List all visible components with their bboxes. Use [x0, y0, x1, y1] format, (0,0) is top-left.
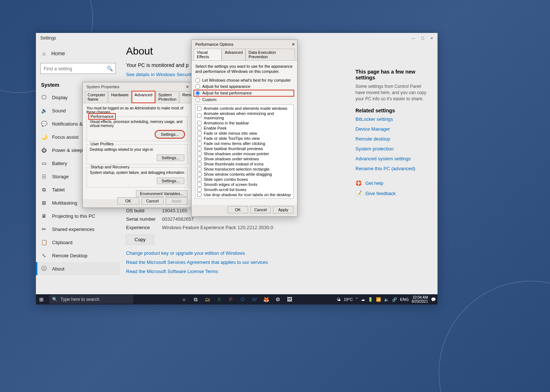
visual-effects-list[interactable]: Animate controls and elements inside win…: [195, 104, 294, 199]
checkbox-input[interactable]: [197, 182, 202, 187]
sidebar-item-projecting-to-this-pc[interactable]: 🖥Projecting to this PC: [36, 209, 120, 223]
wifi-icon[interactable]: 📶: [376, 297, 381, 302]
check-option[interactable]: Animate windows when minimizing and maxi…: [197, 111, 292, 120]
notifications-icon[interactable]: 💬: [431, 297, 436, 302]
cancel-button[interactable]: Cancel: [250, 206, 271, 213]
taskview-icon[interactable]: ⧉: [192, 295, 200, 303]
radio-input[interactable]: [195, 84, 200, 89]
about-link[interactable]: Read the Microsoft Software License Term…: [126, 269, 433, 274]
checkbox-input[interactable]: [197, 177, 202, 182]
profiles-settings-button[interactable]: Settings...: [157, 154, 184, 161]
checkbox-input[interactable]: [197, 141, 202, 146]
checkbox-input[interactable]: [197, 157, 202, 161]
check-option[interactable]: Slide open combo boxes: [197, 177, 292, 182]
firefox-icon[interactable]: 🦊: [262, 295, 270, 303]
checkbox-input[interactable]: [197, 106, 202, 111]
taskbar-search[interactable]: 🔍 Type here to search: [49, 295, 133, 304]
related-link[interactable]: BitLocker settings: [355, 116, 429, 122]
outlook-icon[interactable]: O: [239, 295, 247, 303]
checkbox-input[interactable]: [197, 187, 202, 192]
check-option[interactable]: Fade or slide ToolTips into view: [197, 136, 292, 141]
radio-option[interactable]: Custom:: [195, 97, 294, 102]
sidebar-item-about[interactable]: ⓘAbout: [36, 262, 120, 275]
check-option[interactable]: Smooth-scroll list boxes: [197, 187, 292, 192]
env-variables-button[interactable]: Environment Variables...: [136, 190, 188, 197]
home-link[interactable]: ⌂ Home: [36, 48, 120, 59]
powerpoint-icon[interactable]: P: [227, 295, 235, 303]
checkbox-input[interactable]: [197, 121, 202, 125]
tab-visual-effects[interactable]: Visual Effects: [194, 49, 222, 60]
check-option[interactable]: Smooth edges of screen fonts: [197, 182, 292, 187]
search-input[interactable]: [40, 63, 116, 74]
sidebar-item-remote-desktop[interactable]: ⤡Remote Desktop: [36, 249, 120, 262]
cortana-icon[interactable]: ○: [180, 295, 188, 303]
checkbox-input[interactable]: [197, 152, 202, 156]
check-option[interactable]: Show window contents while dragging: [197, 172, 292, 177]
tab-data-execution-prevention[interactable]: Data Execution Prevention: [246, 49, 295, 60]
checkbox-input[interactable]: [197, 167, 202, 171]
check-option[interactable]: Show shadows under mouse pointer: [197, 151, 292, 156]
ok-button[interactable]: OK: [117, 197, 139, 205]
checkbox-input[interactable]: [197, 113, 202, 118]
word-icon[interactable]: W: [250, 295, 258, 303]
check-option[interactable]: Enable Peek: [197, 126, 292, 131]
tab-hardware[interactable]: Hardware: [108, 91, 131, 103]
checkbox-input[interactable]: [197, 193, 202, 197]
checkbox-input[interactable]: [197, 146, 202, 151]
language-indicator[interactable]: ENG: [400, 297, 409, 302]
tab-computer-name[interactable]: Computer Name: [85, 91, 108, 103]
close-icon[interactable]: ✕: [186, 85, 189, 89]
check-option[interactable]: Show thumbnails instead of icons: [197, 161, 292, 167]
checkbox-input[interactable]: [197, 162, 202, 166]
related-link[interactable]: Rename this PC (advanced): [355, 166, 429, 171]
apply-button[interactable]: Apply: [166, 197, 188, 205]
check-option[interactable]: Show translucent selection rectangle: [197, 167, 292, 172]
related-link[interactable]: Advanced system settings: [355, 156, 429, 161]
radio-option[interactable]: Adjust for best performance: [194, 90, 294, 96]
chevron-up-icon[interactable]: ˄: [356, 297, 358, 302]
link-icon[interactable]: 🔗: [392, 297, 397, 302]
about-link[interactable]: Read the Microsoft Services Agreement th…: [126, 260, 433, 265]
weather-icon[interactable]: 🌤: [337, 297, 341, 302]
sidebar-item-shared-experiences[interactable]: ✂Shared experiences: [36, 223, 120, 236]
feedback-link[interactable]: Give feedback: [365, 191, 396, 196]
checkbox-input[interactable]: [197, 131, 202, 135]
explorer-icon[interactable]: 🗂: [203, 295, 211, 303]
checkbox-input[interactable]: [197, 136, 202, 141]
check-option[interactable]: Show shadows under windows: [197, 156, 292, 161]
radio-option[interactable]: Adjust for best appearance: [195, 84, 294, 89]
apply-button[interactable]: Apply: [273, 206, 294, 213]
settings-icon[interactable]: ⚙: [274, 295, 282, 303]
startup-settings-button[interactable]: Settings...: [157, 178, 184, 184]
check-option[interactable]: Animations in the taskbar: [197, 120, 292, 126]
app-icon[interactable]: 🖼: [285, 295, 294, 303]
radio-input[interactable]: [195, 91, 200, 96]
minimize-icon[interactable]: —: [411, 36, 415, 40]
tab-system-protection[interactable]: System Protection: [156, 91, 179, 103]
checkbox-input[interactable]: [197, 126, 202, 130]
tab-advanced[interactable]: Advanced: [132, 91, 155, 103]
maximize-icon[interactable]: ☐: [421, 36, 424, 40]
weather-temp[interactable]: 19°C: [344, 297, 353, 302]
close-icon[interactable]: ✕: [292, 42, 295, 47]
excel-icon[interactable]: X: [215, 295, 223, 303]
cancel-button[interactable]: Cancel: [141, 197, 163, 205]
clock[interactable]: 10:04 AM 8/20/2021: [412, 295, 428, 303]
start-button[interactable]: ⊞: [37, 295, 45, 303]
related-link[interactable]: Device Manager: [355, 126, 429, 132]
radio-option[interactable]: Let Windows choose what's best for my co…: [195, 78, 294, 83]
radio-input[interactable]: [195, 97, 200, 102]
volume-icon[interactable]: 🔈: [384, 297, 389, 302]
close-icon[interactable]: ✕: [430, 36, 433, 40]
cloud-icon[interactable]: ☁: [361, 297, 365, 302]
checkbox-input[interactable]: [197, 172, 202, 176]
about-link[interactable]: Change product key or upgrade your editi…: [126, 250, 433, 256]
get-help-link[interactable]: Get help: [365, 180, 383, 186]
battery-icon[interactable]: 🔋: [368, 297, 373, 302]
performance-settings-button[interactable]: Settings...: [155, 131, 184, 138]
sidebar-item-clipboard[interactable]: 📋Clipboard: [36, 236, 120, 249]
check-option[interactable]: Save taskbar thumbnail previews: [197, 146, 292, 151]
check-option[interactable]: Use drop shadows for icon labels on the …: [197, 192, 292, 197]
ok-button[interactable]: OK: [228, 206, 248, 213]
tab-advanced[interactable]: Advanced: [222, 49, 246, 60]
